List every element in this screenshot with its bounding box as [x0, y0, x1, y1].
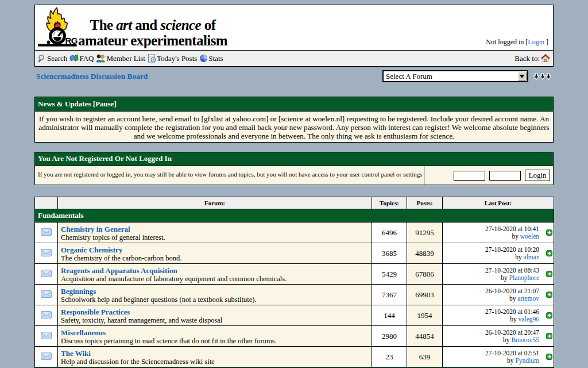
svg-text:RG: RG — [65, 36, 78, 45]
